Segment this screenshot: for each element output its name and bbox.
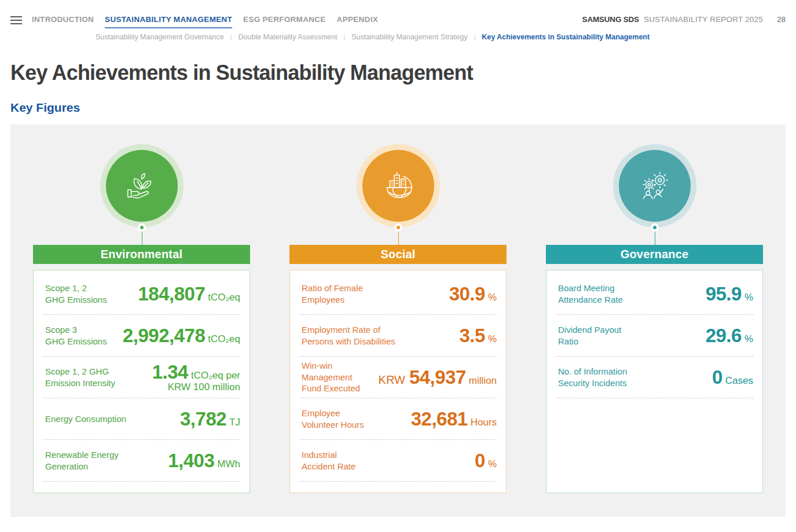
kpi-value: 184,807tCO₂eq <box>138 284 240 304</box>
governance-figure <box>546 144 763 245</box>
kpi-label: Win-win Management Fund Executed <box>299 360 379 394</box>
kpi-value: 0% <box>475 450 497 471</box>
kpi-row: Board Meeting Attendance Rate 95.9% <box>556 273 753 315</box>
subnav-double-materiality[interactable]: Double Materiality Assessment <box>239 33 338 41</box>
kpi-value: 32,681Hours <box>411 409 497 430</box>
kpi-label: Scope 3 GHG Emissions <box>43 324 107 347</box>
kpi-value: 1,403MWh <box>168 450 240 471</box>
social-circle <box>357 144 440 228</box>
kpi-label: Scope 1, 2 GHG Emission Intensity <box>43 366 115 388</box>
kpi-value: KRW54,937million <box>379 367 497 388</box>
social-kpi-box: Ratio of Female Employees 30.9% Employme… <box>289 270 507 493</box>
subnav-separator: | <box>230 34 232 41</box>
main-nav: INTRODUCTION SUSTAINABILITY MANAGEMENT E… <box>32 15 378 28</box>
buildings-globe-icon <box>380 168 416 204</box>
nav-introduction[interactable]: INTRODUCTION <box>32 15 94 28</box>
kpi-row: Dividend Payout Ratio 29.6% <box>556 315 753 357</box>
environmental-header: Environmental <box>33 245 250 264</box>
governance-circle <box>613 144 696 228</box>
kpi-row: No. of Information Security Incidents 0C… <box>556 357 753 398</box>
subnav-key-achievements[interactable]: Key Achievements in Sustainability Manag… <box>482 33 650 41</box>
brand-logo: SAMSUNG SDS <box>582 15 639 24</box>
connector-line <box>142 232 142 245</box>
pillar-environmental: Environmental Scope 1, 2 GHG Emissions 1… <box>33 144 250 517</box>
connector-dot <box>138 223 146 232</box>
subnav-separator: | <box>343 34 345 41</box>
nav-sustainability-management[interactable]: SUSTAINABILITY MANAGEMENT <box>105 15 232 28</box>
kpi-label: No. of Information Security Incidents <box>556 366 627 388</box>
kpi-label: Scope 1, 2 GHG Emissions <box>43 282 107 305</box>
menu-icon[interactable] <box>10 16 22 24</box>
subnav-separator: | <box>474 34 475 41</box>
report-title: SUSTAINABILITY REPORT 2025 <box>644 15 763 24</box>
people-gears-icon <box>637 168 673 204</box>
social-header: Social <box>289 245 507 264</box>
environmental-figure <box>33 144 250 245</box>
kpi-value: 3.5% <box>460 325 497 346</box>
kpi-label: Dividend Payout Ratio <box>556 324 621 347</box>
subnav-governance[interactable]: Sustainability Management Governance <box>96 33 224 41</box>
kpi-value: 1.34tCO₂eq per KRW 100 million <box>152 362 240 393</box>
key-figures-panel: Environmental Scope 1, 2 GHG Emissions 1… <box>10 124 786 517</box>
kpi-label: Energy Consumption <box>43 413 126 425</box>
kpi-label: Employee Volunteer Hours <box>299 408 364 430</box>
kpi-label: Industrial Accident Rate <box>299 449 355 472</box>
kpi-label: Ratio of Female Employees <box>299 282 363 305</box>
kpi-value: 29.6% <box>706 325 753 346</box>
kpi-row: Employment Rate of Persons with Disabili… <box>299 315 497 357</box>
kpi-row: Win-win Management Fund Executed KRW54,9… <box>299 357 497 398</box>
subnav-strategy[interactable]: Sustainability Management Strategy <box>351 33 467 41</box>
kpi-label: Employment Rate of Persons with Disabili… <box>299 324 395 347</box>
kpi-label: Renewable Energy Generation <box>43 449 119 472</box>
page-number: 28 <box>777 15 786 24</box>
sub-nav: Sustainability Management Governance | D… <box>96 33 786 41</box>
kpi-row: Scope 3 GHG Emissions 2,992,478tCO₂eq <box>43 315 240 357</box>
governance-header: Governance <box>546 245 763 264</box>
section-title: Key Figures <box>10 101 796 115</box>
nav-esg-performance[interactable]: ESG PERFORMANCE <box>243 15 326 28</box>
kpi-row: Employee Volunteer Hours 32,681Hours <box>299 398 497 440</box>
hand-with-leaves-icon <box>124 168 160 204</box>
kpi-value: 30.9% <box>449 284 497 304</box>
report-meta: SAMSUNG SDS SUSTAINABILITY REPORT 2025 2… <box>582 15 786 24</box>
connector-line <box>655 232 655 245</box>
kpi-row: Energy Consumption 3,782TJ <box>43 398 240 440</box>
kpi-row: Ratio of Female Employees 30.9% <box>299 273 497 315</box>
kpi-label: Board Meeting Attendance Rate <box>556 282 623 305</box>
pillar-governance: Governance Board Meeting Attendance Rate… <box>546 144 763 517</box>
kpi-value: 0Cases <box>712 367 753 388</box>
connector-line <box>398 232 399 245</box>
page-title: Key Achievements in Sustainability Manag… <box>10 61 796 85</box>
kpi-row: Scope 1, 2 GHG Emission Intensity 1.34tC… <box>43 357 240 398</box>
pillar-social: Social Ratio of Female Employees 30.9% E… <box>289 144 507 517</box>
connector-dot <box>651 223 659 232</box>
kpi-row: Scope 1, 2 GHG Emissions 184,807tCO₂eq <box>43 273 240 315</box>
governance-kpi-box: Board Meeting Attendance Rate 95.9% Divi… <box>546 270 763 493</box>
kpi-row: Industrial Accident Rate 0% <box>299 440 497 482</box>
top-bar: INTRODUCTION SUSTAINABILITY MANAGEMENT E… <box>0 0 796 41</box>
nav-appendix[interactable]: APPENDIX <box>337 15 378 28</box>
environmental-circle <box>100 144 184 228</box>
social-figure <box>289 144 507 245</box>
kpi-value: 95.9% <box>706 284 753 304</box>
kpi-row: Renewable Energy Generation 1,403MWh <box>43 440 240 482</box>
kpi-value: 3,782TJ <box>180 409 240 430</box>
kpi-value: 2,992,478tCO₂eq <box>123 325 240 346</box>
environmental-kpi-box: Scope 1, 2 GHG Emissions 184,807tCO₂eq S… <box>33 270 250 493</box>
connector-dot <box>394 223 402 232</box>
